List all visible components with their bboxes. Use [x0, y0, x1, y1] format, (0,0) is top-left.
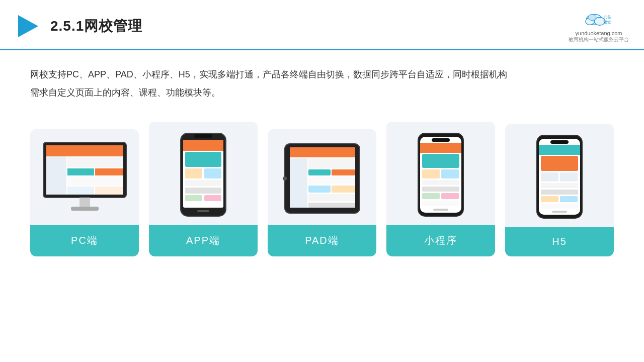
logo-domain: yunduoketang.com	[576, 30, 622, 36]
logo-tagline: 教育机构一站式服务云平台	[569, 36, 629, 43]
svg-rect-26	[185, 180, 221, 186]
card-pc-label: PC端	[30, 225, 139, 256]
svg-rect-29	[204, 195, 221, 201]
svg-rect-67	[560, 196, 578, 202]
svg-rect-55	[422, 201, 459, 206]
svg-rect-65	[541, 190, 578, 195]
svg-rect-14	[67, 176, 123, 186]
card-pad-image	[268, 129, 376, 225]
svg-rect-37	[308, 169, 331, 175]
svg-rect-52	[422, 187, 459, 192]
card-miniprogram-label: 小程序	[386, 225, 495, 256]
svg-rect-48	[422, 154, 459, 168]
logo-area: 云朵 课堂 yunduoketang.com 教育机构一站式服务云平台	[569, 9, 629, 43]
svg-rect-54	[441, 193, 459, 199]
svg-text:课堂: 课堂	[603, 20, 611, 25]
svg-rect-63	[560, 172, 578, 182]
svg-rect-42	[308, 194, 355, 201]
svg-rect-62	[541, 172, 558, 182]
card-pad-label: PAD端	[268, 225, 376, 256]
logo-icon: 云朵 课堂	[581, 9, 616, 29]
h5-mockup	[534, 133, 585, 221]
svg-rect-60	[539, 145, 580, 155]
card-h5-label: H5	[505, 227, 614, 256]
svg-rect-21	[194, 134, 212, 138]
card-app-image	[149, 122, 258, 225]
svg-rect-40	[308, 186, 331, 193]
svg-marker-0	[18, 15, 38, 37]
page-title: 2.5.1网校管理	[50, 17, 142, 36]
svg-rect-47	[420, 143, 461, 153]
card-pc: PC端	[30, 129, 139, 256]
svg-rect-53	[422, 193, 440, 199]
svg-rect-11	[67, 156, 123, 167]
svg-rect-43	[308, 203, 355, 208]
svg-rect-34	[290, 147, 355, 157]
svg-rect-22	[183, 140, 223, 151]
svg-rect-49	[422, 169, 440, 178]
svg-rect-24	[185, 168, 202, 178]
svg-rect-18	[71, 207, 99, 211]
svg-rect-41	[332, 186, 355, 193]
svg-rect-64	[541, 183, 578, 188]
card-h5-image	[505, 124, 614, 227]
svg-rect-12	[67, 168, 94, 175]
svg-rect-27	[185, 188, 221, 194]
card-miniprogram-image	[386, 122, 495, 225]
svg-rect-15	[67, 187, 94, 195]
card-miniprogram: 小程序	[386, 122, 495, 256]
svg-rect-10	[46, 156, 66, 195]
svg-rect-61	[541, 156, 578, 171]
svg-rect-35	[290, 158, 307, 208]
header-left: 2.5.1网校管理	[15, 13, 142, 39]
svg-point-33	[283, 176, 287, 180]
svg-text:云朵: 云朵	[603, 15, 611, 20]
svg-rect-50	[441, 169, 459, 178]
card-h5: H5	[505, 124, 614, 256]
svg-rect-59	[550, 140, 569, 144]
description-line2: 需求自定义页面上的内容、课程、功能模块等。	[30, 83, 614, 102]
svg-rect-51	[422, 180, 459, 185]
svg-rect-39	[308, 177, 355, 184]
card-pc-image	[30, 129, 139, 225]
svg-rect-13	[95, 168, 123, 175]
svg-rect-30	[197, 210, 209, 212]
svg-rect-28	[185, 195, 202, 201]
svg-rect-23	[185, 152, 221, 167]
app-mockup	[178, 131, 228, 219]
pad-mockup	[281, 140, 364, 218]
card-app: APP端	[149, 122, 258, 256]
miniprogram-mockup	[416, 131, 466, 219]
svg-rect-36	[308, 158, 355, 168]
svg-rect-9	[46, 145, 123, 156]
header: 2.5.1网校管理 云朵 课堂 yunduoketang.com 教育机构一站式…	[0, 0, 644, 50]
svg-rect-66	[541, 196, 558, 202]
card-pad: PAD端	[268, 129, 376, 256]
svg-rect-69	[552, 211, 567, 213]
play-icon	[15, 13, 41, 39]
svg-rect-38	[332, 169, 355, 175]
svg-rect-46	[432, 138, 450, 142]
pc-mockup	[38, 140, 131, 218]
svg-rect-68	[541, 204, 578, 209]
card-app-label: APP端	[149, 225, 258, 256]
svg-rect-25	[204, 168, 221, 178]
description: 网校支持PC、APP、PAD、小程序、H5，实现多端打通，产品各终端自由切换，数…	[0, 50, 644, 107]
svg-rect-17	[79, 198, 90, 208]
description-line1: 网校支持PC、APP、PAD、小程序、H5，实现多端打通，产品各终端自由切换，数…	[30, 65, 614, 83]
svg-point-4	[588, 14, 596, 20]
svg-rect-16	[95, 187, 123, 195]
svg-rect-56	[433, 209, 448, 211]
cards-area: PC端 APP端	[0, 107, 644, 266]
